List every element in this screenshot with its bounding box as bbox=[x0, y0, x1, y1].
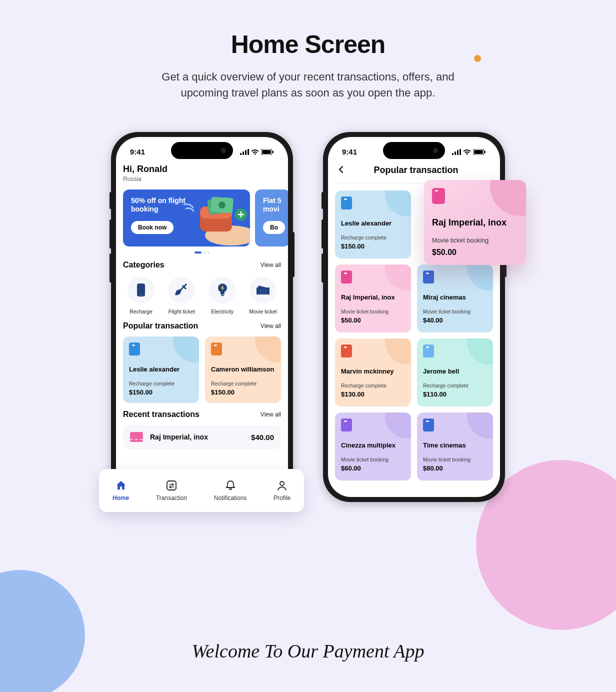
transaction-card[interactable]: Leslie alexanderRecharge complete$150.00 bbox=[335, 190, 411, 258]
transaction-card[interactable]: Miraj cinemasMovie ticket booking$40.00 bbox=[417, 264, 493, 332]
recent-view-all-link[interactable]: View all bbox=[260, 411, 281, 418]
svg-rect-19 bbox=[167, 481, 176, 490]
transaction-amount: $150.00 bbox=[211, 388, 275, 396]
transaction-amount: $150.00 bbox=[129, 388, 193, 396]
transaction-amount: $80.00 bbox=[423, 464, 487, 472]
svg-rect-26 bbox=[474, 150, 483, 154]
svg-rect-21 bbox=[452, 153, 454, 155]
popular-view-all-link[interactable]: View all bbox=[260, 322, 281, 330]
phone-home: 9:41 Hi, Ronald Russia 50% off on flight… bbox=[111, 132, 293, 502]
transaction-card[interactable]: Jerome bellRecharge complete$110.00 bbox=[417, 338, 493, 406]
device-icon bbox=[341, 418, 352, 432]
category-label: Movie ticket bbox=[249, 308, 276, 314]
tab-home[interactable]: Home bbox=[112, 480, 129, 502]
tab-label: Notifications bbox=[214, 494, 246, 502]
transaction-sub: Recharge complete bbox=[423, 382, 487, 388]
transaction-name: Leslie alexander bbox=[129, 366, 193, 374]
device-icon bbox=[341, 344, 352, 358]
status-time: 9:41 bbox=[130, 148, 145, 156]
greeting-location: Russia bbox=[123, 176, 281, 182]
recent-amount: $40.00 bbox=[251, 433, 274, 442]
transaction-card[interactable]: Cameron williamson Recharge complete $15… bbox=[205, 336, 281, 403]
transaction-amount: $50.00 bbox=[432, 248, 518, 257]
transaction-card[interactable]: Cinezza multiplexMovie ticket booking$60… bbox=[335, 412, 411, 480]
signal-icon bbox=[240, 149, 249, 155]
svg-rect-3 bbox=[248, 149, 249, 155]
promo-card-movie[interactable]: Flat 5 movi Bo bbox=[255, 190, 288, 246]
book-now-button[interactable]: Bo bbox=[263, 221, 285, 234]
transaction-name: Raj Imperial, inox bbox=[341, 294, 405, 302]
status-icons bbox=[240, 149, 274, 155]
device-icon bbox=[341, 196, 352, 210]
transaction-amount: $40.00 bbox=[423, 316, 487, 324]
svg-rect-1 bbox=[242, 152, 244, 155]
category-electricity[interactable]: Electricity bbox=[204, 276, 240, 314]
transaction-icon bbox=[166, 480, 178, 492]
tab-transaction[interactable]: Transaction bbox=[156, 480, 187, 502]
bulb-icon bbox=[216, 282, 228, 298]
recent-title: Raj Imperial, inox bbox=[150, 433, 208, 441]
book-now-button[interactable]: Book now bbox=[131, 221, 174, 234]
tab-notifications[interactable]: Notifications bbox=[214, 480, 246, 502]
plane-icon bbox=[174, 282, 189, 298]
svg-rect-15 bbox=[140, 294, 142, 296]
category-flight[interactable]: Flight ticket bbox=[164, 276, 200, 314]
transaction-sub: Movie ticket booking bbox=[432, 237, 518, 244]
svg-rect-2 bbox=[245, 150, 246, 155]
transaction-sub: Recharge complete bbox=[129, 380, 193, 386]
status-icons bbox=[452, 149, 486, 155]
svg-point-12 bbox=[218, 202, 226, 208]
promo-card-flight[interactable]: 50% off on flight booking Book now bbox=[123, 190, 250, 246]
page-title: Home Screen bbox=[0, 0, 616, 59]
device-icon bbox=[129, 342, 140, 356]
category-label: Flight ticket bbox=[168, 308, 195, 314]
transaction-name: Cinezza multiplex bbox=[341, 442, 405, 450]
tab-bar: Home Transaction Notifications Profile bbox=[99, 469, 304, 512]
transaction-amount: $50.00 bbox=[341, 316, 405, 324]
transaction-name: Raj Imperial, inox bbox=[432, 217, 518, 228]
transaction-amount: $110.00 bbox=[423, 390, 487, 398]
category-label: Electricity bbox=[211, 308, 234, 314]
svg-rect-18 bbox=[221, 295, 224, 296]
phone-icon bbox=[136, 282, 146, 298]
device-icon bbox=[423, 270, 434, 284]
transaction-card-highlight[interactable]: Raj Imperial, inox Movie ticket booking … bbox=[424, 180, 526, 266]
categories-heading: Categories bbox=[123, 260, 164, 270]
transaction-name: Miraj cinemas bbox=[423, 294, 487, 302]
svg-rect-0 bbox=[240, 153, 242, 155]
device-icon bbox=[423, 344, 434, 358]
transaction-card[interactable]: Leslie alexander Recharge complete $150.… bbox=[123, 336, 199, 403]
signal-icon bbox=[452, 149, 461, 155]
page-subtitle: Get a quick overview of your recent tran… bbox=[138, 69, 478, 101]
phone-popular: 9:41 Popular transaction Leslie alexande… bbox=[323, 132, 505, 502]
svg-rect-6 bbox=[272, 150, 274, 153]
svg-rect-22 bbox=[454, 152, 456, 155]
transaction-name: Cameron williamson bbox=[211, 366, 275, 374]
tab-profile[interactable]: Profile bbox=[274, 480, 290, 502]
recent-transaction-row[interactable]: Raj Imperial, inox $40.00 bbox=[123, 425, 281, 449]
wallet-illustration bbox=[177, 194, 250, 246]
wifi-icon bbox=[463, 149, 471, 155]
transaction-card[interactable]: Raj Imperial, inoxMovie ticket booking$5… bbox=[335, 264, 411, 332]
device-icon bbox=[432, 188, 445, 204]
transaction-card[interactable]: Time cinemasMovie ticket booking$80.00 bbox=[417, 412, 493, 480]
device-icon bbox=[211, 342, 222, 356]
transaction-amount: $150.00 bbox=[341, 242, 405, 250]
device-icon bbox=[423, 418, 434, 432]
promo-title: Flat 5 movi bbox=[263, 196, 282, 214]
transaction-name: Jerome bell bbox=[423, 368, 487, 376]
bg-dot bbox=[474, 55, 481, 62]
transaction-sub: Movie ticket booking bbox=[341, 456, 405, 462]
category-recharge[interactable]: Recharge bbox=[123, 276, 159, 314]
transaction-card[interactable]: Marvin mckinneyRecharge complete$130.00 bbox=[335, 338, 411, 406]
carousel-dots bbox=[123, 252, 281, 254]
categories-view-all-link[interactable]: View all bbox=[260, 262, 281, 268]
battery-icon bbox=[261, 149, 274, 155]
home-icon bbox=[115, 480, 127, 492]
status-time: 9:41 bbox=[342, 148, 357, 156]
category-label: Recharge bbox=[130, 308, 152, 314]
tab-label: Home bbox=[112, 494, 129, 502]
svg-point-20 bbox=[280, 482, 284, 486]
category-movie[interactable]: Movie ticket bbox=[245, 276, 281, 314]
ticket-icon bbox=[256, 284, 270, 296]
